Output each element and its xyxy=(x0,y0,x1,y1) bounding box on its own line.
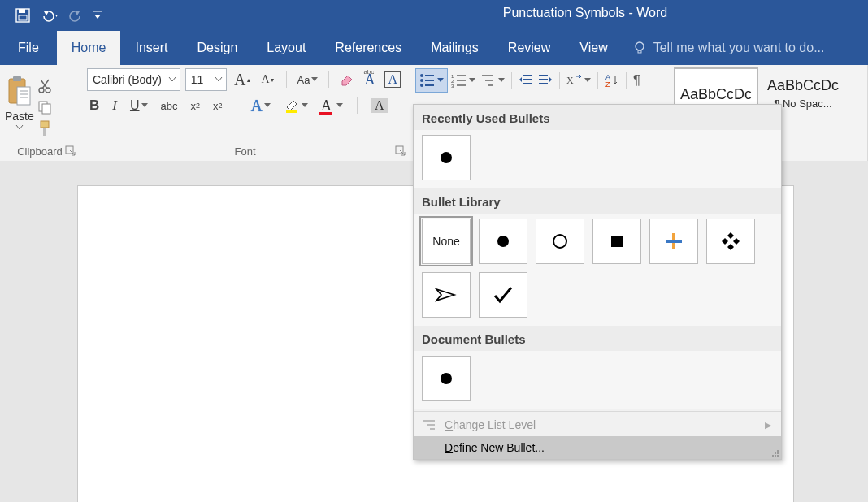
quick-access-toolbar xyxy=(0,7,102,24)
tab-mailings[interactable]: Mailings xyxy=(416,31,493,65)
decrease-indent-button[interactable] xyxy=(517,71,535,90)
bullet-recent-disc[interactable] xyxy=(422,135,471,180)
svg-rect-36 xyxy=(485,80,493,81)
tab-file[interactable]: File xyxy=(0,31,57,65)
font-name-combo[interactable]: Calibri (Body) xyxy=(87,68,180,91)
tab-view[interactable]: View xyxy=(565,31,622,65)
font-color-button[interactable]: A xyxy=(319,96,345,115)
highlight-button[interactable] xyxy=(281,96,310,115)
redo-icon[interactable] xyxy=(68,8,85,23)
svg-point-27 xyxy=(420,84,423,87)
font-size-combo[interactable]: 11 xyxy=(185,68,227,91)
phonetic-guide-button[interactable]: abc A xyxy=(362,70,377,89)
svg-point-60 xyxy=(772,455,774,457)
dialog-launcher-icon[interactable] xyxy=(65,145,76,157)
tell-me-search[interactable]: Tell me what you want to do... xyxy=(623,31,825,65)
svg-point-57 xyxy=(777,450,779,452)
shrink-font-button[interactable]: A▼ xyxy=(258,70,277,89)
group-label-font: Font xyxy=(80,143,410,161)
group-label-clipboard: Clipboard xyxy=(0,143,80,161)
character-border-button[interactable]: A xyxy=(382,70,403,89)
check-bullet-icon xyxy=(493,285,514,305)
svg-rect-54 xyxy=(423,420,435,422)
chevron-down-icon xyxy=(437,78,444,83)
qat-customize-icon[interactable] xyxy=(93,10,102,21)
svg-rect-34 xyxy=(457,84,466,86)
svg-point-12 xyxy=(39,88,44,93)
chevron-down-icon xyxy=(168,76,176,83)
change-case-button[interactable]: Aa xyxy=(295,70,321,89)
svg-rect-28 xyxy=(425,84,434,86)
bullet-none[interactable]: None xyxy=(422,219,471,264)
svg-text:Z: Z xyxy=(605,80,610,88)
character-shading-button[interactable]: A xyxy=(369,96,390,115)
text-effects-button[interactable]: A xyxy=(249,96,273,115)
bold-button[interactable]: B xyxy=(87,96,102,115)
bullet-circle[interactable] xyxy=(536,219,584,264)
clear-formatting-button[interactable] xyxy=(337,70,357,89)
multilevel-list-button[interactable] xyxy=(479,71,506,90)
lightbulb-icon xyxy=(632,41,647,55)
chevron-down-icon xyxy=(336,103,343,108)
sort-button[interactable]: AZ xyxy=(603,71,621,90)
cut-button[interactable] xyxy=(36,77,54,95)
title-bar: Punctuation Symbols - Word xyxy=(0,0,868,31)
save-icon[interactable] xyxy=(15,7,31,24)
chevron-down-icon xyxy=(311,77,318,82)
bullet-disc[interactable] xyxy=(479,219,527,264)
numbering-button[interactable]: 123 xyxy=(449,71,477,90)
format-painter-button[interactable] xyxy=(36,119,54,137)
bullets-button[interactable] xyxy=(415,68,448,93)
indent-icon xyxy=(538,74,553,87)
tab-home[interactable]: Home xyxy=(57,31,121,65)
undo-icon[interactable] xyxy=(39,8,60,23)
svg-rect-1 xyxy=(19,9,25,13)
bullet-check[interactable] xyxy=(479,272,527,318)
svg-point-13 xyxy=(46,88,50,93)
svg-point-53 xyxy=(441,373,452,384)
bullet-square[interactable] xyxy=(592,219,641,264)
chevron-down-icon xyxy=(498,78,505,83)
underline-button[interactable]: U xyxy=(128,96,150,115)
bullet-4diamond[interactable] xyxy=(649,219,698,264)
svg-point-58 xyxy=(775,452,776,454)
paste-button[interactable]: Paste xyxy=(5,76,34,131)
define-new-bullet-item[interactable]: Define New Bullet... Define New Bullet..… xyxy=(414,436,781,459)
resize-grip-icon[interactable] xyxy=(770,448,779,457)
copy-icon xyxy=(37,99,53,115)
svg-rect-21 xyxy=(286,110,297,113)
square-bullet-icon xyxy=(610,234,624,249)
sort-icon: AZ xyxy=(605,73,619,88)
subscript-button[interactable]: x2 xyxy=(188,96,202,115)
bullet-document-disc[interactable] xyxy=(422,356,471,401)
svg-rect-32 xyxy=(457,80,466,81)
outdent-icon xyxy=(519,74,533,87)
svg-point-47 xyxy=(441,152,452,163)
group-font: Calibri (Body) 11 A▲ A▼ Aa abc A xyxy=(80,65,410,161)
strikethrough-button[interactable]: abc xyxy=(158,96,180,115)
superscript-button[interactable]: x2 xyxy=(210,96,225,115)
chevron-down-icon xyxy=(215,76,223,83)
clipboard-icon xyxy=(6,76,33,108)
italic-button[interactable]: I xyxy=(110,96,119,115)
svg-rect-40 xyxy=(523,83,532,84)
copy-button[interactable] xyxy=(36,98,54,116)
tab-references[interactable]: References xyxy=(320,31,416,65)
tab-insert[interactable]: Insert xyxy=(120,31,182,65)
grow-font-button[interactable]: A▲ xyxy=(232,70,254,89)
bullet-diamond-cluster[interactable] xyxy=(706,219,755,264)
svg-rect-38 xyxy=(523,75,532,76)
text-direction-button[interactable]: X xyxy=(565,71,592,90)
show-paragraph-marks-button[interactable]: ¶ xyxy=(631,71,642,90)
tab-layout[interactable]: Layout xyxy=(252,31,320,65)
disc-bullet-icon xyxy=(439,371,454,386)
svg-text:3: 3 xyxy=(451,84,454,88)
increase-indent-button[interactable] xyxy=(536,71,554,90)
section-recent: Recently Used Bullets xyxy=(414,105,781,130)
font-size-value: 11 xyxy=(191,73,204,86)
dialog-launcher-icon[interactable] xyxy=(395,145,406,157)
tab-design[interactable]: Design xyxy=(182,31,252,65)
bullet-arrow[interactable] xyxy=(422,272,471,318)
tab-review[interactable]: Review xyxy=(493,31,565,65)
chevron-down-icon xyxy=(141,103,148,108)
